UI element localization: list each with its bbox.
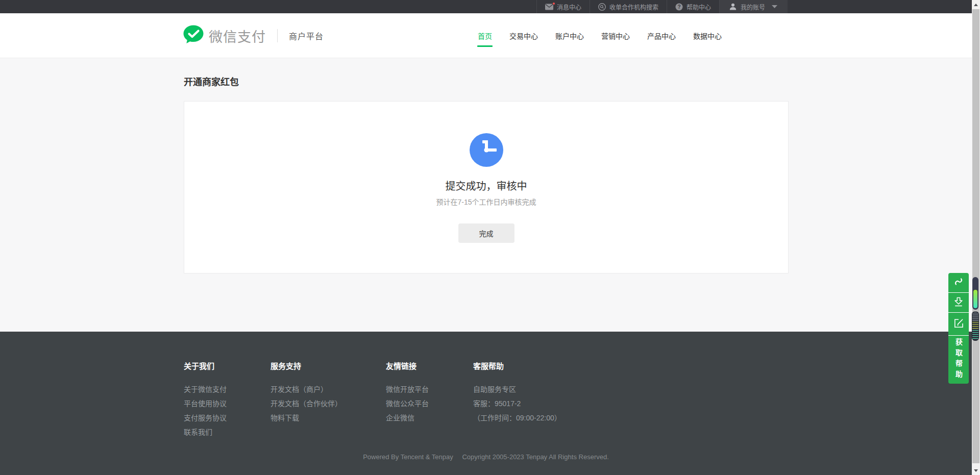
- get-help-button[interactable]: 获取帮助: [948, 335, 969, 384]
- page-title: 开通商家红包: [184, 74, 239, 88]
- topbar-item-label: 消息中心: [557, 3, 581, 11]
- header: 微信支付 商户平台 首页 交易中心 账户中心 营销中心 产品中心 数据中心: [0, 13, 980, 58]
- nav-item-account-center[interactable]: 账户中心: [555, 13, 584, 58]
- clock-icon: [470, 133, 503, 167]
- edit-icon: [953, 318, 964, 331]
- footer-link[interactable]: 自助服务专区: [473, 386, 561, 393]
- wechat-pay-logo[interactable]: 微信支付 商户平台: [183, 13, 324, 58]
- footer-column-about: 关于我们 关于微信支付 平台使用协议 支付服务协议 联系我们: [184, 360, 227, 443]
- scroll-thumb[interactable]: [972, 9, 979, 463]
- nav-item-home[interactable]: 首页: [478, 13, 492, 58]
- topbar-item-help-center[interactable]: ? 帮助中心: [667, 0, 719, 13]
- help-icon: ?: [675, 3, 683, 11]
- topbar-item-label: 我的账号: [741, 3, 765, 11]
- footer-support-hours: （工作时间：09:00-22:00）: [473, 414, 561, 422]
- chevron-down-icon: [772, 5, 777, 8]
- topbar-item-label: 收单合作机构搜索: [609, 3, 658, 11]
- topbar-item-account[interactable]: 我的账号: [719, 0, 788, 13]
- status-card: 提交成功，审核中 预计在7-15个工作日内审核完成 完成: [184, 101, 789, 273]
- footer-column-services: 服务支持 开发文档（商户） 开发文档（合作伙伴） 物料下载: [271, 360, 342, 429]
- download-icon: [953, 296, 964, 309]
- float-link-button[interactable]: [948, 273, 969, 292]
- done-button[interactable]: 完成: [458, 223, 514, 243]
- copyright-notice: Copyright 2005-2023 Tenpay All Rights Re…: [462, 453, 608, 461]
- scrollbar[interactable]: [972, 0, 980, 475]
- footer-link[interactable]: 开发文档（合作伙伴）: [271, 400, 342, 408]
- float-panel: 获取帮助: [948, 273, 969, 384]
- footer-link[interactable]: 开发文档（商户）: [271, 386, 342, 393]
- link-icon: [953, 276, 964, 289]
- topbar-item-messages[interactable]: 消息中心: [536, 0, 590, 13]
- nav-item-data-center[interactable]: 数据中心: [693, 13, 722, 58]
- footer-link[interactable]: 微信公众平台: [386, 400, 429, 408]
- footer-column-title: 友情链接: [386, 360, 429, 371]
- copyright-powered-by: Powered By Tencent & Tenpay: [363, 453, 453, 461]
- nav-item-marketing-center[interactable]: 营销中心: [601, 13, 630, 58]
- footer-link[interactable]: 联系我们: [184, 429, 227, 436]
- footer-link[interactable]: 物料下载: [271, 414, 342, 422]
- topbar-item-acquiring-search[interactable]: 收单合作机构搜索: [590, 0, 667, 13]
- user-icon: [729, 3, 737, 11]
- footer-link[interactable]: 企业微信: [386, 414, 429, 422]
- mail-icon: [545, 4, 553, 10]
- footer-link[interactable]: 支付服务协议: [184, 414, 227, 422]
- footer-column-customer-support: 客服帮助 自助服务专区 客服：95017-2 （工作时间：09:00-22:00…: [473, 360, 561, 429]
- logo-bubble-icon: [183, 24, 204, 47]
- topbar: 消息中心 收单合作机构搜索 ? 帮助中心 我的账号: [0, 0, 980, 13]
- scroll-up-arrow[interactable]: [972, 1, 980, 8]
- copyright: Powered By Tencent & Tenpay Copyright 20…: [0, 453, 972, 461]
- scroll-marker-gradient: [972, 277, 978, 310]
- search-icon: [598, 3, 606, 11]
- nav-item-transaction-center[interactable]: 交易中心: [509, 13, 538, 58]
- footer-link[interactable]: 微信开放平台: [386, 386, 429, 393]
- footer: 关于我们 关于微信支付 平台使用协议 支付服务协议 联系我们 服务支持 开发文档…: [0, 332, 980, 475]
- status-title: 提交成功，审核中: [184, 178, 788, 193]
- nav-item-product-center[interactable]: 产品中心: [647, 13, 676, 58]
- scroll-down-arrow[interactable]: [972, 467, 980, 474]
- footer-column-title: 服务支持: [271, 360, 342, 371]
- footer-support-phone: 客服：95017-2: [473, 400, 561, 408]
- topbar-menu: 消息中心 收单合作机构搜索 ? 帮助中心 我的账号: [536, 0, 788, 13]
- portal-label: 商户平台: [289, 30, 324, 42]
- footer-column-title: 客服帮助: [473, 360, 561, 371]
- logo-divider: [277, 29, 278, 42]
- main-nav: 首页 交易中心 账户中心 营销中心 产品中心 数据中心: [478, 13, 722, 58]
- footer-link[interactable]: 平台使用协议: [184, 400, 227, 408]
- footer-link[interactable]: 关于微信支付: [184, 386, 227, 393]
- footer-column-friend-links: 友情链接 微信开放平台 微信公众平台 企业微信: [386, 360, 429, 429]
- notification-dot: [552, 2, 555, 5]
- scroll-marker-striped: [972, 311, 979, 341]
- float-download-button[interactable]: [948, 292, 969, 312]
- topbar-item-label: 帮助中心: [687, 3, 711, 11]
- get-help-label: 获取帮助: [955, 338, 962, 381]
- footer-column-title: 关于我们: [184, 360, 227, 371]
- logo-text: 微信支付: [209, 26, 266, 46]
- status-subtitle: 预计在7-15个工作日内审核完成: [184, 196, 788, 207]
- svg-text:?: ?: [677, 4, 680, 10]
- float-feedback-button[interactable]: [948, 312, 969, 335]
